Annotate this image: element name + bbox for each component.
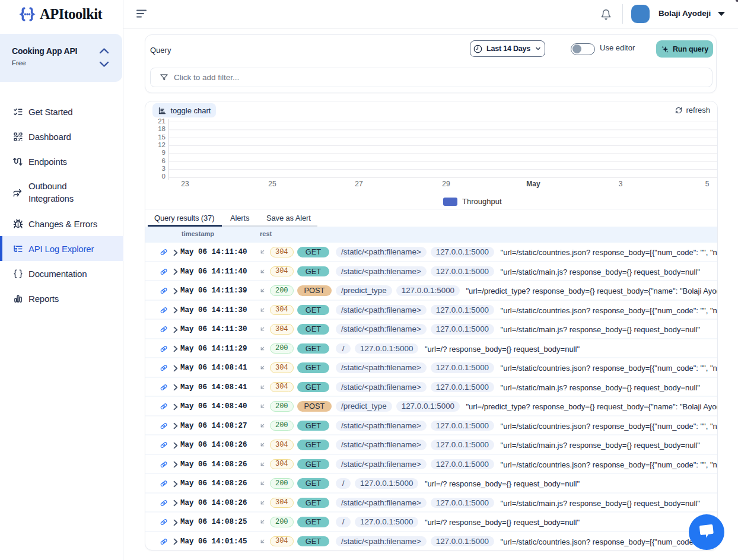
svg-text:3: 3	[619, 180, 623, 188]
svg-text:18: 18	[158, 125, 166, 132]
svg-text:0: 0	[162, 173, 166, 180]
svg-text:27: 27	[355, 180, 363, 188]
svg-text:15: 15	[158, 133, 166, 141]
svg-text:6: 6	[162, 157, 166, 164]
svg-text:23: 23	[181, 180, 189, 188]
svg-text:12: 12	[158, 141, 166, 148]
svg-text:29: 29	[442, 180, 450, 188]
svg-text:9: 9	[162, 149, 166, 156]
svg-text:21: 21	[158, 117, 166, 125]
svg-text:3: 3	[162, 165, 166, 172]
svg-text:May: May	[526, 180, 540, 188]
svg-text:5: 5	[705, 180, 710, 188]
svg-text:25: 25	[268, 180, 276, 188]
